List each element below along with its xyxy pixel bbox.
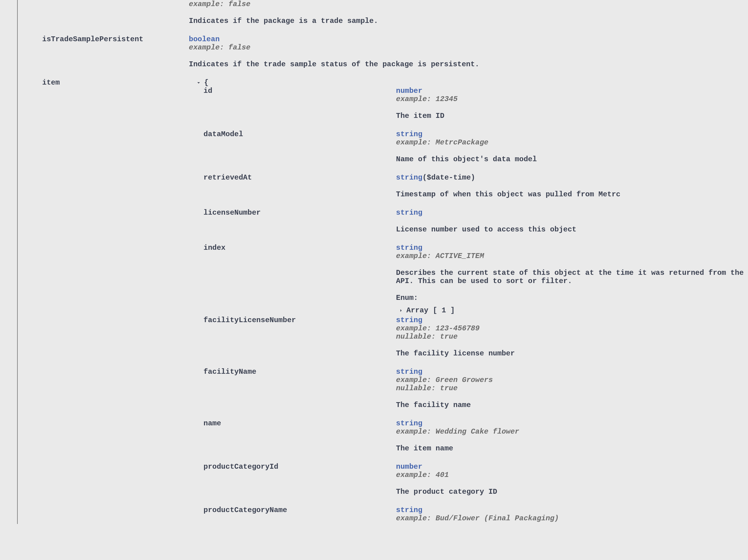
example-text: example: false [189, 43, 748, 52]
chevron-right-icon [398, 308, 404, 314]
property-name: dataModel [204, 130, 396, 138]
property-row-item: item { id number example: 12345 [42, 78, 748, 524]
property-type: string [396, 419, 422, 428]
property-row-istradesamplepersistent: isTradeSamplePersistent boolean example:… [42, 35, 748, 77]
property-row-id: id number example: 12345 The item ID [204, 87, 748, 128]
property-row-facilitylicensenumber: facilityLicenseNumber string example: 12… [204, 316, 748, 366]
property-name: productCategoryId [204, 463, 396, 471]
brace-open: { [204, 78, 208, 87]
property-type: string [396, 244, 422, 252]
property-row-prev: example: false Indicates if the package … [42, 0, 748, 33]
property-name: licenseNumber [204, 209, 396, 217]
property-name: retrievedAt [204, 173, 396, 182]
property-name-item: item [42, 78, 189, 87]
property-name: isTradeSamplePersistent [42, 35, 189, 43]
description-text: The item ID [396, 112, 748, 120]
property-name: index [204, 244, 396, 252]
property-name: facilityLicenseNumber [204, 316, 396, 324]
example-text: example: Green Growers [396, 376, 748, 384]
property-type: boolean [189, 35, 220, 43]
property-row-productcategoryid: productCategoryId number example: 401 Th… [204, 463, 748, 505]
property-row-productcategoryname: productCategoryName string example: Bud/… [204, 506, 748, 522]
example-text: example: Wedding Cake flower [396, 428, 748, 436]
property-name: facilityName [204, 368, 396, 376]
description-text: Describes the current state of this obje… [396, 269, 748, 285]
property-type: number [396, 463, 422, 471]
property-row-index: index string example: ACTIVE_ITEM Descri… [204, 244, 748, 315]
property-type: string [396, 173, 422, 182]
property-format: ($date-time) [422, 173, 475, 182]
property-type: string [396, 130, 422, 138]
example-text: example: 401 [396, 471, 748, 479]
description-text: The facility license number [396, 349, 748, 358]
example-text: example: 12345 [396, 95, 748, 103]
nullable-text: nullable: true [396, 333, 748, 341]
property-row-name: name string example: Wedding Cake flower… [204, 419, 748, 461]
description-text: The item name [396, 444, 748, 453]
property-row-retrievedat: retrievedAt string($date-time) Timestamp… [204, 173, 748, 207]
nullable-text: nullable: true [396, 384, 748, 392]
description-text: Indicates if the trade sample status of … [189, 60, 748, 68]
property-name: productCategoryName [204, 506, 396, 514]
object-toggle[interactable]: { [189, 78, 748, 87]
example-text: example: ACTIVE_ITEM [396, 252, 748, 260]
property-type: string [396, 368, 422, 376]
property-row-facilityname: facilityName string example: Green Growe… [204, 368, 748, 418]
example-text: example: 123-456789 [396, 324, 748, 333]
property-row-licensenumber: licenseNumber string License number used… [204, 209, 748, 242]
property-type: string [396, 316, 422, 324]
property-name: id [204, 87, 396, 95]
example-text: example: MetrcPackage [396, 138, 748, 147]
property-type: string [396, 506, 422, 514]
description-text: Indicates if the package is a trade samp… [189, 17, 748, 25]
enum-array-toggle[interactable]: Array [ 1 ] [396, 306, 748, 315]
example-text: example: Bud/Flower (Final Packaging) [396, 514, 748, 522]
enum-array-text: Array [ 1 ] [406, 306, 455, 315]
description-text: Timestamp of when this object was pulled… [396, 190, 748, 198]
description-text: The facility name [396, 401, 748, 409]
enum-label: Enum: [396, 294, 748, 302]
example-text: example: false [189, 0, 748, 8]
description-text: Name of this object's data model [396, 155, 748, 163]
property-name: name [204, 419, 396, 428]
chevron-down-icon [195, 80, 202, 86]
property-type: string [396, 209, 422, 217]
property-row-datamodel: dataModel string example: MetrcPackage N… [204, 130, 748, 172]
description-text: License number used to access this objec… [396, 225, 748, 234]
property-type: number [396, 87, 422, 95]
description-text: The product category ID [396, 488, 748, 496]
